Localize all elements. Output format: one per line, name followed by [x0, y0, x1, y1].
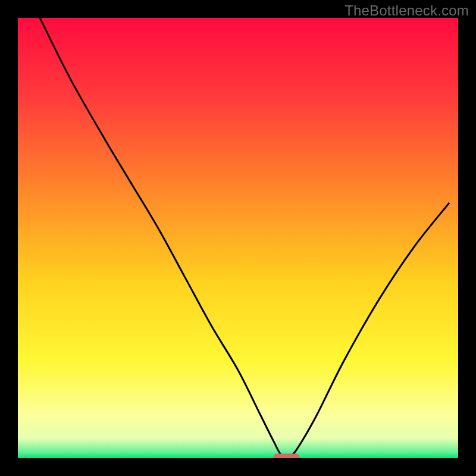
gradient-background	[18, 18, 458, 458]
bottleneck-chart	[18, 18, 458, 458]
watermark-text: TheBottleneck.com	[345, 2, 469, 19]
optimal-marker	[273, 454, 299, 458]
chart-frame: TheBottleneck.com	[0, 0, 476, 476]
